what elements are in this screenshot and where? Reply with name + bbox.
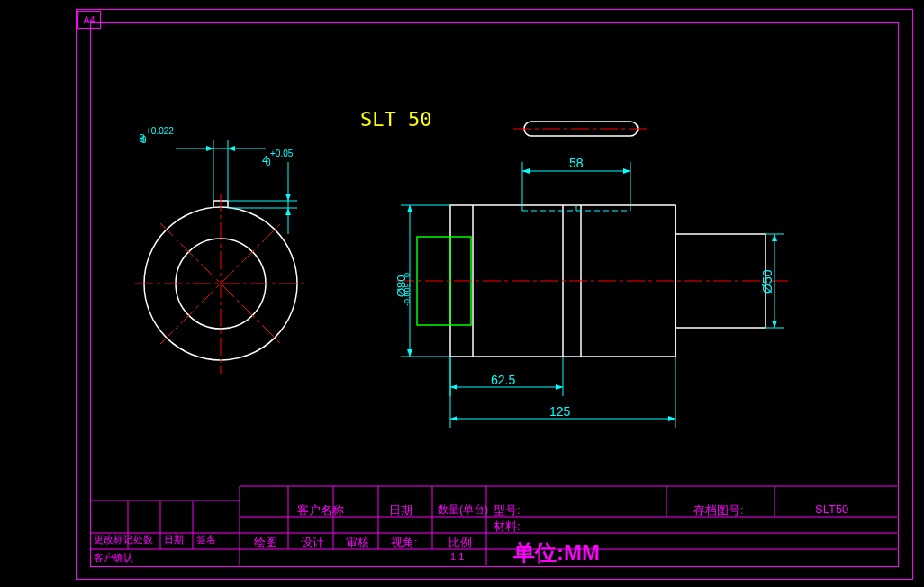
tb-date-h: 日期 [389,502,412,519]
tb-check: 审核 [346,535,369,551]
svg-marker-39 [407,349,412,357]
tb-date: 日期 [164,533,184,546]
dim-keyway-width [176,140,266,201]
dim-50-text: Ø50 [760,270,775,294]
tb-scale: 比例 [448,535,472,551]
tb-model: 型号: [494,502,521,519]
side-view [396,205,788,357]
drawing-svg [0,0,924,587]
dim-8-upper: +0.022 [146,126,174,136]
tb-units: 单位:MM [513,538,600,567]
tb-archive: 存档图号: [693,502,744,519]
drawing-canvas: A4 SLT 50 [0,0,924,587]
tb-cust-confirm: 客户确认 [94,551,133,564]
tb-sign: 签名 [196,533,216,546]
tb-scale-val: 1:1 [450,551,464,562]
dim-80-upper: 0 [403,273,412,277]
tb-change-mark: 更改标记 [94,533,133,546]
svg-marker-34 [623,168,630,174]
svg-marker-9 [206,146,213,151]
svg-marker-53 [450,416,457,421]
svg-marker-48 [450,384,457,390]
svg-marker-43 [772,234,777,241]
svg-marker-54 [668,416,675,421]
svg-marker-10 [228,146,235,151]
dim-58-text: 58 [569,156,584,170]
tb-qty: 数量(单台) [438,502,488,518]
dim-4-upper: +0.05 [270,149,293,158]
tb-customer: 客户名称 [297,502,344,519]
svg-marker-14 [285,194,291,201]
tb-archive-no: SLT50 [815,502,848,516]
dim-125-text: 125 [549,404,570,419]
svg-marker-38 [407,205,412,212]
tb-process: 处数 [133,533,153,546]
key-top-view [513,122,648,136]
svg-marker-49 [556,384,563,390]
dim-62-5-text: 62.5 [491,373,515,387]
front-view [135,194,306,374]
svg-marker-15 [285,208,291,215]
dim-keyway-depth [228,162,297,234]
tb-material: 材料: [494,519,521,535]
tb-view: 视角: [391,535,418,551]
svg-marker-33 [522,168,530,174]
dim-4-lower: 0 [266,158,271,167]
svg-marker-44 [772,321,777,328]
dim-80-lower: -0.009 [403,283,412,306]
tb-draw: 绘图 [254,535,277,551]
tb-design: 设计 [301,535,324,551]
dim-8-lower: 0 [141,135,147,145]
